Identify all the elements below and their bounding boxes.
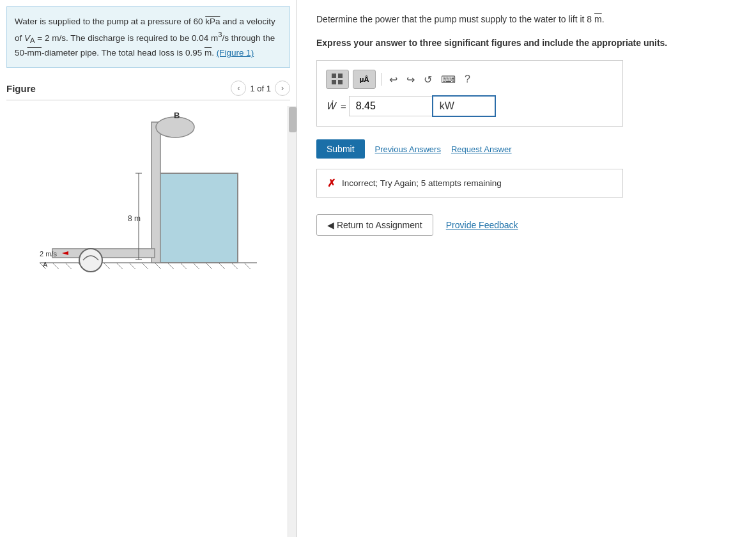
svg-line-6 xyxy=(104,263,110,269)
mu-button[interactable]: μÅ xyxy=(353,70,376,89)
svg-rect-18 xyxy=(155,173,238,263)
svg-line-2 xyxy=(52,263,59,269)
toolbar-sep-1 xyxy=(381,73,382,86)
svg-line-15 xyxy=(219,263,225,269)
help-button[interactable]: ? xyxy=(462,72,473,86)
left-panel: Water is supplied to the pump at a press… xyxy=(0,0,297,537)
refresh-button[interactable]: ↺ xyxy=(421,72,435,87)
svg-text:A: A xyxy=(43,261,48,268)
keyboard-button[interactable]: ⌨ xyxy=(438,72,458,87)
answer-input[interactable] xyxy=(349,96,432,116)
svg-line-17 xyxy=(244,263,251,269)
svg-line-12 xyxy=(180,263,187,269)
svg-line-7 xyxy=(116,263,123,269)
svg-line-11 xyxy=(167,263,174,269)
svg-text:B: B xyxy=(174,111,180,120)
svg-text:8 m: 8 m xyxy=(128,214,141,223)
input-row: Ẇ = xyxy=(326,95,613,117)
question-line1: Determine the power that the pump must s… xyxy=(316,13,737,26)
figure-nav: ‹ 1 of 1 › xyxy=(231,81,290,96)
problem-statement: Water is supplied to the pump at a press… xyxy=(6,6,290,68)
error-text: Incorrect; Try Again; 5 attempts remaini… xyxy=(342,178,502,188)
figure-svg: B 2 m/s A 8 m xyxy=(27,109,270,282)
svg-line-3 xyxy=(65,263,72,269)
svg-line-14 xyxy=(206,263,212,269)
answer-toolbar: μÅ ↩ ↪ ↺ ⌨ ? xyxy=(326,70,613,89)
action-row: ◀ Return to Assignment Provide Feedback xyxy=(316,214,737,236)
redo-button[interactable]: ↪ xyxy=(404,72,417,87)
matrix-icon xyxy=(332,74,343,85)
var-label: Ẇ xyxy=(326,100,336,112)
figure-counter: 1 of 1 xyxy=(250,84,271,93)
return-to-assignment-button[interactable]: ◀ Return to Assignment xyxy=(316,214,433,236)
svg-point-24 xyxy=(79,249,102,272)
figure-next-button[interactable]: › xyxy=(275,81,290,96)
svg-rect-20 xyxy=(151,122,160,263)
figure-title: Figure xyxy=(6,83,36,94)
question-line2: Express your answer to three significant… xyxy=(316,36,737,50)
matrix-button[interactable] xyxy=(326,70,349,89)
svg-line-8 xyxy=(129,263,135,269)
unit-field[interactable] xyxy=(432,95,496,117)
figure-header: Figure ‹ 1 of 1 › xyxy=(6,81,290,100)
right-panel: Determine the power that the pump must s… xyxy=(297,0,756,537)
error-box: ✗ Incorrect; Try Again; 5 attempts remai… xyxy=(316,169,623,198)
answer-box: μÅ ↩ ↪ ↺ ⌨ ? Ẇ = xyxy=(316,60,623,127)
svg-line-16 xyxy=(231,263,238,269)
equals-sign: = xyxy=(341,101,346,112)
svg-line-10 xyxy=(155,263,161,269)
undo-button[interactable]: ↩ xyxy=(387,72,400,87)
submit-row: Submit Previous Answers Request Answer xyxy=(316,139,737,159)
svg-line-13 xyxy=(193,263,199,269)
scrollbar-track[interactable] xyxy=(288,106,297,537)
submit-button[interactable]: Submit xyxy=(316,139,365,159)
previous-answers-link[interactable]: Previous Answers xyxy=(375,144,441,154)
figure-section: Figure ‹ 1 of 1 › xyxy=(0,74,297,537)
mu-icon: μÅ xyxy=(360,75,369,83)
error-icon: ✗ xyxy=(327,177,336,189)
figure-content: B 2 m/s A 8 m xyxy=(6,103,290,531)
svg-text:2 m/s: 2 m/s xyxy=(40,250,57,258)
figure-prev-button[interactable]: ‹ xyxy=(231,81,246,96)
provide-feedback-link[interactable]: Provide Feedback xyxy=(446,220,518,230)
scrollbar-thumb[interactable] xyxy=(289,107,297,132)
request-answer-link[interactable]: Request Answer xyxy=(451,144,512,154)
svg-line-9 xyxy=(142,263,148,269)
figure-link[interactable]: (Figure 1) xyxy=(217,48,254,58)
